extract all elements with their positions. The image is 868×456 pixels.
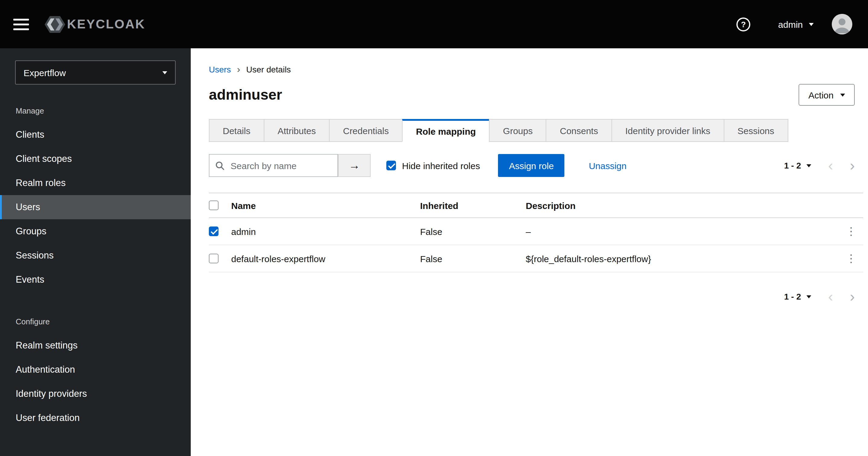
- pagination-prev-icon[interactable]: ‹: [828, 289, 833, 304]
- sidebar-item-identity-providers[interactable]: Identity providers: [0, 382, 191, 406]
- search-input[interactable]: [229, 160, 331, 171]
- user-menu-label: admin: [778, 19, 803, 29]
- hide-inherited-roles-control: Hide inherited roles: [386, 160, 480, 171]
- pagination-menu-toggle[interactable]: 1 - 2: [784, 292, 811, 302]
- sidebar-item-authentication[interactable]: Authentication: [0, 358, 191, 382]
- brand-wordmark: KEYCLOAK: [67, 17, 146, 31]
- title-row: adminuser Action: [209, 84, 863, 106]
- keycloak-admin-console: KEYCLOAK ? admin Expertflow: [0, 0, 868, 456]
- action-button[interactable]: Action: [799, 84, 855, 106]
- tab-attributes[interactable]: Attributes: [264, 119, 330, 142]
- user-menu[interactable]: admin: [778, 19, 814, 29]
- pagination-prev-icon[interactable]: ‹: [828, 158, 833, 173]
- realm-selector-label: Expertflow: [24, 67, 66, 78]
- main-content: Users › User details adminuser Action De…: [191, 48, 868, 456]
- search-box: [209, 154, 338, 177]
- manage-nav: Clients Client scopes Realm roles Users …: [0, 123, 191, 292]
- page-title: adminuser: [209, 86, 282, 103]
- hide-inherited-checkbox[interactable]: [386, 161, 396, 170]
- realm-selector[interactable]: Expertflow: [15, 60, 176, 85]
- pagination-next-icon[interactable]: ›: [850, 289, 855, 304]
- help-icon[interactable]: ?: [736, 17, 750, 31]
- breadcrumb: Users › User details: [209, 65, 863, 74]
- table-row: admin False – ⋮: [209, 218, 863, 245]
- role-name: default-roles-expertflow: [231, 253, 420, 264]
- chevron-down-icon: [806, 164, 811, 167]
- nav-section-manage: Manage: [16, 106, 191, 115]
- keycloak-logo: KEYCLOAK: [45, 15, 146, 33]
- role-description: ${role_default-roles-expertflow}: [526, 253, 839, 264]
- column-header-description: Description: [526, 200, 839, 210]
- sidebar-item-client-scopes[interactable]: Client scopes: [0, 147, 191, 171]
- chevron-down-icon: [809, 23, 814, 26]
- role-mapping-table: Name Inherited Description admin False –…: [209, 193, 863, 273]
- tab-consents[interactable]: Consents: [546, 119, 612, 142]
- sidebar-item-user-federation[interactable]: User federation: [0, 406, 191, 430]
- chevron-down-icon: [162, 71, 167, 74]
- search-icon: [216, 161, 224, 170]
- sidebar-item-sessions[interactable]: Sessions: [0, 244, 191, 267]
- table-header-row: Name Inherited Description: [209, 193, 863, 218]
- configure-nav: Realm settings Authentication Identity p…: [0, 333, 191, 430]
- role-name: admin: [231, 226, 420, 236]
- table-row: default-roles-expertflow False ${role_de…: [209, 245, 863, 273]
- hamburger-menu-icon[interactable]: [13, 19, 29, 30]
- tab-credentials[interactable]: Credentials: [329, 119, 403, 142]
- sidebar-item-events[interactable]: Events: [0, 267, 191, 292]
- role-inherited: False: [420, 253, 526, 264]
- role-mapping-toolbar: → Hide inherited roles Assign role Unass…: [209, 154, 863, 177]
- sidebar-item-users[interactable]: Users: [0, 195, 191, 219]
- top-bar: KEYCLOAK ? admin: [0, 0, 868, 48]
- hide-inherited-label: Hide inherited roles: [402, 160, 480, 171]
- tab-details[interactable]: Details: [209, 119, 265, 142]
- column-header-name: Name: [231, 200, 420, 210]
- tab-identity-provider-links[interactable]: Identity provider links: [612, 119, 724, 142]
- keycloak-logo-icon: [45, 15, 65, 33]
- nav-section-configure: Configure: [16, 317, 191, 326]
- row-kebab-icon[interactable]: ⋮: [842, 252, 860, 265]
- sidebar-item-realm-roles[interactable]: Realm roles: [0, 171, 191, 195]
- sidebar: Expertflow Manage Clients Client scopes …: [0, 48, 191, 456]
- assign-role-button[interactable]: Assign role: [498, 154, 565, 177]
- tab-sessions[interactable]: Sessions: [724, 119, 788, 142]
- avatar[interactable]: [832, 14, 852, 34]
- pagination-range: 1 - 2: [784, 161, 801, 170]
- role-inherited: False: [420, 226, 526, 236]
- pagination-top: 1 - 2 ‹ ›: [784, 158, 855, 173]
- breadcrumb-current: User details: [246, 65, 291, 74]
- tab-bar: Details Attributes Credentials Role mapp…: [209, 119, 863, 142]
- tab-groups[interactable]: Groups: [489, 119, 547, 142]
- tab-role-mapping[interactable]: Role mapping: [402, 119, 490, 142]
- breadcrumb-separator-icon: ›: [237, 65, 240, 74]
- role-description: –: [526, 226, 839, 236]
- pagination-range: 1 - 2: [784, 292, 801, 302]
- sidebar-item-realm-settings[interactable]: Realm settings: [0, 333, 191, 358]
- chevron-down-icon: [806, 295, 811, 298]
- chevron-down-icon: [840, 93, 845, 96]
- column-header-inherited: Inherited: [420, 200, 526, 210]
- pagination-bottom: 1 - 2 ‹ ›: [209, 289, 863, 304]
- topbar-right-cluster: ? admin: [736, 14, 852, 34]
- sidebar-item-clients[interactable]: Clients: [0, 123, 191, 147]
- row-kebab-icon[interactable]: ⋮: [842, 225, 860, 238]
- sidebar-item-groups[interactable]: Groups: [0, 219, 191, 244]
- pagination-menu-toggle[interactable]: 1 - 2: [784, 161, 811, 170]
- pagination-next-icon[interactable]: ›: [850, 158, 855, 173]
- breadcrumb-users-link[interactable]: Users: [209, 65, 231, 74]
- search-submit-button[interactable]: →: [338, 154, 371, 177]
- select-all-checkbox[interactable]: [209, 201, 218, 210]
- arrow-right-icon: →: [349, 159, 360, 172]
- unassign-link[interactable]: Unassign: [589, 160, 626, 171]
- row-checkbox[interactable]: [209, 254, 218, 263]
- row-checkbox[interactable]: [209, 227, 218, 236]
